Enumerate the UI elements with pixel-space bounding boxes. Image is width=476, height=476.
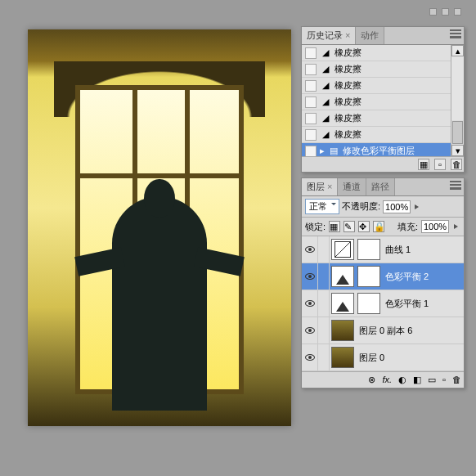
opacity-input[interactable]: 100% bbox=[383, 200, 411, 213]
history-tabs: 历史记录× 动作 bbox=[302, 27, 464, 45]
adjustment-thumb bbox=[331, 266, 354, 287]
canvas-image bbox=[28, 29, 291, 426]
tab-channels[interactable]: 通道 bbox=[338, 178, 366, 195]
eye-icon bbox=[305, 300, 315, 307]
scroll-down-arrow[interactable]: ▾ bbox=[451, 145, 464, 156]
history-snapshot-cell[interactable] bbox=[305, 129, 317, 141]
lock-position-button[interactable]: ✥ bbox=[358, 221, 370, 232]
link-column[interactable] bbox=[318, 263, 330, 290]
history-item-label: 橡皮擦 bbox=[335, 112, 361, 124]
link-column[interactable] bbox=[318, 290, 330, 317]
history-item[interactable]: ◢ 橡皮擦 bbox=[302, 78, 451, 94]
visibility-toggle[interactable] bbox=[302, 290, 318, 317]
panel-minimize-button[interactable] bbox=[442, 8, 449, 16]
panel-menu-icon[interactable] bbox=[450, 181, 461, 190]
history-list: ◢ 橡皮擦 ◢ 橡皮擦 ◢ 橡皮擦 ◢ 橡皮擦 ◢ 橡皮擦 ◢ 橡皮擦 ▸ ▤ … bbox=[302, 45, 451, 156]
history-item[interactable]: ◢ 橡皮擦 bbox=[302, 127, 451, 143]
history-new-button[interactable]: ▫ bbox=[434, 159, 446, 170]
tab-history[interactable]: 历史记录× bbox=[302, 27, 356, 44]
panel-close-button[interactable] bbox=[454, 8, 461, 16]
tab-layers[interactable]: 图层× bbox=[302, 178, 338, 195]
history-item[interactable]: ◢ 橡皮擦 bbox=[302, 61, 451, 78]
panel-window-buttons bbox=[429, 8, 461, 16]
visibility-toggle[interactable] bbox=[302, 344, 318, 370]
delete-layer-button[interactable]: 🗑 bbox=[452, 375, 461, 385]
visibility-toggle[interactable] bbox=[302, 317, 318, 344]
link-layers-button[interactable]: ⊗ bbox=[368, 375, 375, 385]
history-snapshot-button[interactable]: ▦ bbox=[418, 159, 429, 170]
close-icon[interactable]: × bbox=[345, 30, 350, 40]
mask-thumb bbox=[357, 239, 380, 260]
tab-actions[interactable]: 动作 bbox=[356, 27, 384, 44]
lock-pixels-button[interactable]: ✎ bbox=[344, 221, 355, 232]
visibility-toggle[interactable] bbox=[302, 263, 318, 290]
eye-icon bbox=[305, 246, 315, 253]
history-snapshot-cell[interactable] bbox=[305, 80, 317, 92]
eye-icon bbox=[305, 273, 315, 280]
history-item[interactable]: ◢ 橡皮擦 bbox=[302, 110, 451, 127]
tab-paths[interactable]: 路径 bbox=[366, 178, 395, 195]
layers-tabs: 图层× 通道 路径 bbox=[302, 178, 464, 196]
history-item-label: 橡皮擦 bbox=[335, 128, 361, 141]
fx-button[interactable]: fx. bbox=[382, 375, 392, 385]
layer-label: 色彩平衡 2 bbox=[382, 271, 464, 283]
link-column[interactable] bbox=[318, 317, 330, 344]
scroll-up-arrow[interactable]: ▴ bbox=[451, 45, 464, 56]
history-item[interactable]: ◢ 橡皮擦 bbox=[302, 94, 451, 110]
fill-flyout-icon[interactable] bbox=[454, 224, 460, 229]
history-delete-button[interactable]: 🗑 bbox=[451, 159, 462, 170]
history-snapshot-cell[interactable] bbox=[305, 113, 317, 124]
fill-label: 填充: bbox=[397, 221, 418, 233]
lock-all-button[interactable]: 🔒 bbox=[373, 221, 384, 232]
layer-label: 图层 0 bbox=[356, 352, 464, 364]
history-snapshot-cell[interactable] bbox=[305, 64, 317, 75]
history-snapshot-cell[interactable] bbox=[305, 146, 317, 157]
history-scrollbar[interactable]: ▴ ▾ bbox=[451, 45, 464, 156]
close-icon[interactable]: × bbox=[327, 182, 332, 191]
mask-button[interactable]: ◐ bbox=[398, 375, 406, 385]
link-column[interactable] bbox=[318, 236, 330, 263]
history-item[interactable]: ▸ ▤ 修改色彩平衡图层 bbox=[302, 143, 451, 156]
scroll-thumb[interactable] bbox=[452, 121, 463, 144]
lock-transparency-button[interactable]: ▦ bbox=[329, 221, 340, 232]
layer-options-row: 正常 不透明度: 100% bbox=[302, 196, 464, 218]
history-item-label: 橡皮擦 bbox=[335, 96, 361, 108]
fill-input[interactable]: 100% bbox=[421, 220, 449, 233]
eraser-icon: ◢ bbox=[320, 113, 331, 124]
layer-thumb bbox=[331, 320, 354, 341]
layer-item[interactable]: 图层 0 副本 6 bbox=[302, 317, 464, 344]
history-footer: ▦ ▫ 🗑 bbox=[302, 156, 464, 172]
panel-menu-icon[interactable] bbox=[450, 29, 461, 38]
layer-item[interactable]: 曲线 1 bbox=[302, 236, 464, 263]
history-item-label: 橡皮擦 bbox=[335, 47, 361, 59]
eraser-icon: ◢ bbox=[320, 64, 331, 75]
link-column[interactable] bbox=[318, 344, 330, 370]
lock-label: 锁定: bbox=[305, 221, 326, 233]
eraser-icon: ◢ bbox=[320, 97, 331, 108]
layer-item[interactable]: 色彩平衡 1 bbox=[302, 290, 464, 317]
layer-item[interactable]: 图层 0 bbox=[302, 344, 464, 371]
history-current-icon: ▸ bbox=[320, 146, 325, 156]
layer-label: 色彩平衡 1 bbox=[382, 298, 464, 310]
history-item-label: 橡皮擦 bbox=[335, 63, 361, 75]
document-canvas[interactable] bbox=[28, 29, 291, 426]
visibility-toggle[interactable] bbox=[302, 236, 318, 263]
curves-thumb bbox=[331, 239, 354, 260]
adjustment-thumb bbox=[331, 293, 354, 314]
history-snapshot-cell[interactable] bbox=[305, 47, 317, 59]
group-button[interactable]: ▭ bbox=[428, 375, 436, 385]
new-layer-button[interactable]: ▫ bbox=[442, 375, 446, 385]
history-item-label: 修改色彩平衡图层 bbox=[343, 145, 415, 156]
adjustment-button[interactable]: ◧ bbox=[413, 375, 421, 385]
blend-mode-dropdown[interactable]: 正常 bbox=[305, 199, 339, 214]
mask-thumb bbox=[357, 293, 380, 314]
history-item[interactable]: ◢ 橡皮擦 bbox=[302, 45, 451, 61]
history-item-label: 橡皮擦 bbox=[335, 79, 361, 92]
mask-thumb bbox=[357, 266, 380, 287]
panel-dash-button[interactable] bbox=[429, 8, 437, 16]
opacity-flyout-icon[interactable] bbox=[415, 204, 421, 209]
layer-label: 曲线 1 bbox=[382, 244, 464, 256]
history-snapshot-cell[interactable] bbox=[305, 97, 317, 108]
opacity-label: 不透明度: bbox=[342, 200, 380, 213]
layer-item[interactable]: 色彩平衡 2 bbox=[302, 263, 464, 290]
